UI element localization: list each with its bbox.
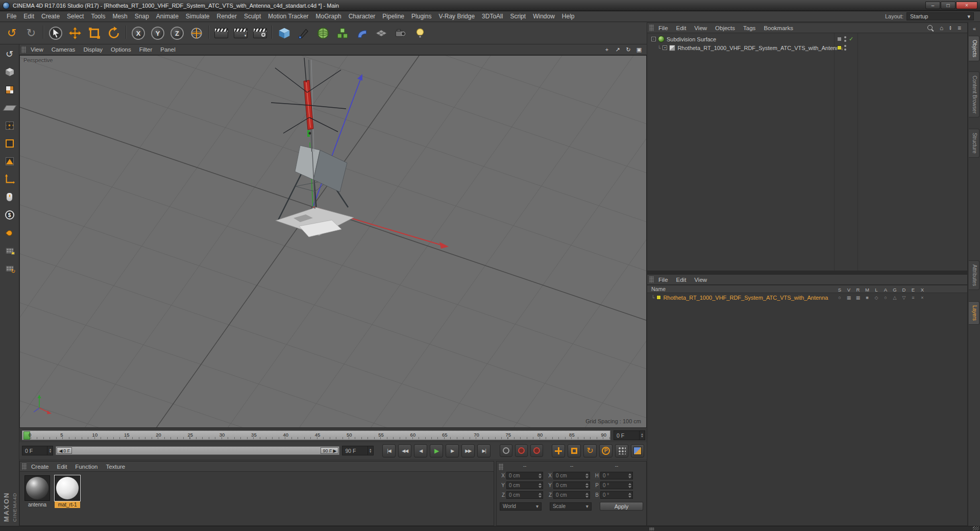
- previous-key-button[interactable]: ◀◀: [398, 444, 411, 457]
- pan-view-icon[interactable]: +: [603, 45, 611, 54]
- minimize-button[interactable]: –: [925, 2, 940, 9]
- panel-grip[interactable]: [649, 527, 654, 530]
- preview-range-slider[interactable]: ◀0 F 90 F▶: [56, 446, 339, 455]
- vp-menu-filter[interactable]: Filter: [136, 46, 156, 53]
- render-toggle-icon[interactable]: ▦: [853, 295, 863, 300]
- column-r[interactable]: R: [853, 287, 863, 293]
- camera-button[interactable]: [391, 24, 410, 42]
- rot-p-field[interactable]: [600, 481, 633, 489]
- size-y-field[interactable]: [553, 481, 590, 489]
- scale-tool-button[interactable]: [85, 24, 104, 42]
- menu-file[interactable]: File: [3, 13, 20, 20]
- column-g[interactable]: G: [890, 287, 899, 293]
- next-frame-button[interactable]: ▶: [446, 444, 459, 457]
- paint-setup-button[interactable]: [2, 225, 17, 240]
- apply-button[interactable]: Apply: [600, 502, 643, 511]
- pos-y-field[interactable]: [506, 481, 543, 489]
- tab-attributes[interactable]: Attributes: [969, 260, 979, 290]
- render-picture-viewer-button[interactable]: ▾: [231, 24, 250, 42]
- tab-structure[interactable]: Structure: [969, 129, 979, 158]
- record-keyframe-button[interactable]: [500, 444, 512, 457]
- menu-snap[interactable]: Snap: [131, 13, 153, 20]
- view-toggle-icon[interactable]: ▦: [844, 295, 853, 300]
- range-start-input[interactable]: 0 F ▲▼: [22, 446, 53, 455]
- timeline-ruler[interactable]: 051015202530354045505560657075808590: [22, 430, 610, 440]
- layer-color-swatch[interactable]: [656, 295, 661, 300]
- snap-settings-button[interactable]: $: [2, 207, 17, 223]
- align-workplane-button[interactable]: ↻: [2, 261, 17, 276]
- pen-tool-button[interactable]: [295, 24, 313, 42]
- manager-toggle-icon[interactable]: ■: [863, 295, 872, 300]
- menu-tools[interactable]: Tools: [87, 13, 109, 20]
- pos-x-field[interactable]: [506, 472, 543, 479]
- record-rotation-toggle[interactable]: ↻: [583, 444, 597, 457]
- mat-menu-create[interactable]: Create: [28, 464, 53, 470]
- search-icon[interactable]: [927, 25, 934, 32]
- maximize-button[interactable]: □: [941, 2, 955, 9]
- vp-menu-cameras[interactable]: Cameras: [48, 46, 79, 53]
- goto-start-button[interactable]: |◀: [382, 444, 396, 457]
- tweak-mode-button[interactable]: [2, 189, 17, 205]
- object-name[interactable]: Rhotheta_RT_1000_VHF_RDF_System_ATC_VTS_…: [677, 45, 842, 51]
- column-e[interactable]: E: [909, 287, 918, 293]
- tab-layers[interactable]: Layers: [969, 301, 979, 325]
- layer-swatch-empty[interactable]: [837, 37, 842, 41]
- menu-sculpt[interactable]: Sculpt: [240, 13, 264, 20]
- menu-mograph[interactable]: MoGraph: [312, 13, 345, 20]
- make-editable-button[interactable]: ↺: [2, 46, 17, 62]
- menu-create[interactable]: Create: [38, 13, 63, 20]
- menu-motion-tracker[interactable]: Motion Tracker: [264, 13, 312, 20]
- column-a[interactable]: A: [881, 287, 890, 293]
- menu-edit[interactable]: Edit: [20, 13, 38, 20]
- panel-grip[interactable]: [649, 25, 654, 31]
- redo-button[interactable]: ↻: [22, 24, 40, 42]
- expressions-toggle-icon[interactable]: ≡: [909, 295, 918, 300]
- om-menu-file[interactable]: File: [655, 25, 672, 31]
- material-thumbnail[interactable]: [24, 475, 50, 501]
- vp-menu-display[interactable]: Display: [80, 46, 106, 53]
- material-item[interactable]: antenna: [24, 475, 50, 508]
- mat-menu-function[interactable]: Function: [71, 464, 101, 470]
- spinner-arrows-icon[interactable]: ▲▼: [368, 446, 373, 455]
- position-mode-select[interactable]: World ▾: [500, 502, 542, 511]
- close-button[interactable]: ×: [956, 2, 977, 9]
- spinner-arrows-icon[interactable]: ▲▼: [639, 431, 645, 440]
- lm-menu-view[interactable]: View: [691, 277, 710, 283]
- play-button[interactable]: ▶: [430, 444, 443, 457]
- current-frame-input[interactable]: 0 F ▲▼: [614, 430, 645, 440]
- om-menu-tags[interactable]: Tags: [740, 25, 759, 31]
- points-mode-button[interactable]: [2, 118, 17, 133]
- coordinate-system-button[interactable]: [187, 24, 206, 42]
- z-axis-lock-button[interactable]: Z: [168, 24, 186, 42]
- vp-menu-view[interactable]: View: [27, 46, 47, 53]
- visibility-dots-icon[interactable]: [844, 36, 846, 42]
- path-updown-icon[interactable]: ▲▼: [949, 26, 952, 31]
- key-interpolation-button[interactable]: [631, 444, 644, 457]
- menu-character[interactable]: Character: [345, 13, 379, 20]
- add-cube-button[interactable]: [275, 24, 293, 42]
- record-pla-toggle[interactable]: [615, 444, 628, 457]
- column-m[interactable]: M: [863, 287, 872, 293]
- object-tree[interactable]: − Subdivision Surface ✓ └ + Rhotheta_RT_…: [647, 33, 967, 271]
- enable-axis-button[interactable]: [2, 172, 17, 187]
- autokey-toggle-button[interactable]: [515, 444, 528, 457]
- menu-render[interactable]: Render: [213, 13, 240, 20]
- object-name[interactable]: Subdivision Surface: [667, 36, 716, 42]
- collapse-strip-icon[interactable]: «: [970, 25, 979, 33]
- x-axis-lock-button[interactable]: X: [129, 24, 148, 42]
- om-menu-edit[interactable]: Edit: [673, 25, 690, 31]
- viewport-canvas[interactable]: Perspective Grid Spacing : 100 cm: [19, 55, 647, 428]
- lock-workplane-button[interactable]: [2, 243, 17, 258]
- lm-menu-file[interactable]: File: [655, 277, 672, 283]
- rotate-tool-button[interactable]: [105, 24, 123, 42]
- animation-toggle-icon[interactable]: ○: [881, 295, 890, 300]
- xref-toggle-icon[interactable]: ×: [918, 295, 927, 300]
- menu-pipeline[interactable]: Pipeline: [379, 13, 408, 20]
- workplane-mode-button[interactable]: [2, 100, 17, 115]
- column-s[interactable]: S: [835, 287, 844, 293]
- rot-h-field[interactable]: [600, 472, 633, 479]
- y-axis-lock-button[interactable]: Y: [149, 24, 167, 42]
- mat-menu-edit[interactable]: Edit: [54, 464, 71, 470]
- title-bar[interactable]: CINEMA 4D R17.016 Studio (R17) - [Rhothe…: [0, 0, 980, 11]
- goto-end-button[interactable]: ▶|: [477, 444, 491, 457]
